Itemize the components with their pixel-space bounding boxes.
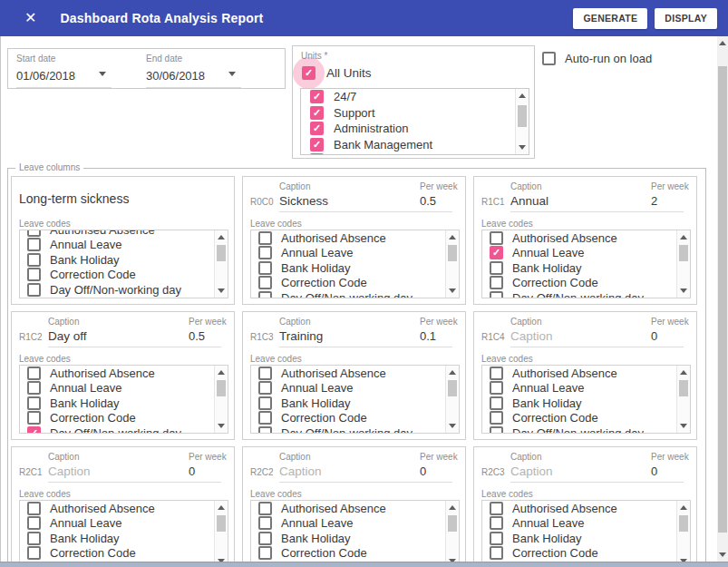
leave-code-checkbox[interactable]: [258, 516, 272, 530]
caption-input[interactable]: Sickness: [279, 194, 424, 212]
leave-code-item[interactable]: Correction Code: [20, 411, 228, 426]
leave-code-item[interactable]: Annual Leave: [20, 516, 228, 532]
scrollbar-thumb[interactable]: [217, 245, 226, 261]
leave-code-item[interactable]: Bank Holiday: [20, 396, 228, 411]
chevron-down-icon[interactable]: [228, 72, 236, 76]
unit-checkbox[interactable]: [310, 138, 324, 152]
page-scrollbar[interactable]: [717, 36, 728, 562]
leave-code-checkbox[interactable]: [27, 502, 41, 515]
auto-run-checkbox[interactable]: [542, 52, 556, 65]
list-scrollbar[interactable]: [214, 501, 228, 562]
all-units-row[interactable]: All Units: [302, 66, 372, 80]
leave-code-item[interactable]: Correction Code: [482, 276, 690, 291]
leave-code-checkbox[interactable]: [27, 238, 41, 251]
leave-code-item[interactable]: Annual Leave: [482, 246, 690, 261]
leave-code-checkbox[interactable]: [27, 396, 41, 410]
leave-code-checkbox[interactable]: [490, 291, 503, 298]
leave-code-item[interactable]: Bank Holiday: [251, 396, 459, 411]
leave-code-checkbox[interactable]: [258, 532, 272, 545]
leave-code-item[interactable]: [20, 298, 228, 299]
leave-code-item[interactable]: Annual Leave: [251, 246, 459, 261]
leave-code-checkbox[interactable]: [490, 502, 503, 515]
leave-code-checkbox[interactable]: [258, 276, 272, 289]
leave-code-checkbox[interactable]: [27, 411, 41, 425]
leave-code-checkbox[interactable]: [258, 502, 272, 515]
leave-code-item[interactable]: Bank Holiday: [20, 252, 228, 268]
scroll-down-icon[interactable]: [677, 555, 690, 562]
caption-input[interactable]: Caption: [279, 464, 424, 483]
leave-code-item[interactable]: Correction Code: [251, 411, 459, 426]
auto-run-row[interactable]: Auto-run on load: [542, 52, 652, 65]
leave-code-item[interactable]: Correction Code: [20, 546, 228, 562]
scrollbar-thumb[interactable]: [679, 515, 688, 532]
leave-code-item[interactable]: Correction Code: [482, 546, 690, 562]
leave-code-item[interactable]: Authorised Absence: [482, 366, 690, 381]
leave-code-checkbox[interactable]: [27, 367, 41, 380]
scrollbar-thumb[interactable]: [217, 515, 226, 532]
list-scrollbar[interactable]: [445, 230, 459, 298]
leave-code-item[interactable]: Day Off/Non-working day: [482, 425, 690, 434]
leave-code-item[interactable]: Authorised Absence: [482, 501, 690, 516]
scroll-down-icon[interactable]: [677, 285, 690, 297]
leave-code-checkbox[interactable]: [27, 516, 41, 530]
leave-code-checkbox[interactable]: [27, 268, 41, 281]
start-date-field[interactable]: Start date 01/06/2018: [16, 54, 134, 88]
unit-item[interactable]: 24/7: [301, 89, 529, 105]
scroll-down-icon[interactable]: [446, 420, 459, 432]
per-week-input[interactable]: 0.5: [189, 329, 221, 347]
scroll-up-icon[interactable]: [215, 231, 228, 243]
leave-code-checkbox[interactable]: [490, 276, 503, 289]
list-scrollbar[interactable]: [214, 230, 228, 298]
leave-code-item[interactable]: Bank Holiday: [482, 531, 690, 546]
horizontal-scrollbar[interactable]: [0, 562, 728, 567]
scroll-down-icon[interactable]: [215, 420, 228, 432]
scrollbar-thumb[interactable]: [679, 245, 688, 261]
unit-item[interactable]: Administration: [301, 121, 529, 137]
units-list-scrollbar[interactable]: [515, 89, 529, 154]
leave-code-checkbox[interactable]: [258, 291, 272, 298]
leave-code-item[interactable]: Bank Holiday: [251, 260, 459, 276]
leave-code-checkbox[interactable]: [258, 231, 272, 245]
leave-code-item[interactable]: Day Off/Non-working day: [482, 290, 690, 298]
leave-code-checkbox[interactable]: [258, 426, 272, 434]
leave-code-item[interactable]: Authorised Absence: [20, 366, 228, 381]
per-week-input[interactable]: 0.1: [420, 329, 452, 347]
scroll-up-icon[interactable]: [215, 502, 228, 513]
all-units-checkbox[interactable]: [302, 66, 315, 80]
leave-code-checkbox[interactable]: [490, 231, 503, 245]
per-week-input[interactable]: 0: [651, 464, 684, 483]
leave-code-item[interactable]: Bank Holiday: [20, 531, 228, 546]
per-week-input[interactable]: 2: [651, 194, 684, 212]
leave-code-checkbox[interactable]: [27, 546, 41, 560]
leave-code-item[interactable]: Authorised Absence: [20, 230, 228, 238]
unit-checkbox[interactable]: [310, 122, 324, 135]
scroll-down-icon[interactable]: [215, 555, 228, 562]
scrollbar-thumb[interactable]: [448, 245, 457, 261]
leave-code-item[interactable]: Correction Code: [20, 268, 228, 283]
leave-code-checkbox[interactable]: [490, 381, 503, 395]
unit-item[interactable]: Support: [301, 105, 529, 122]
scroll-down-icon[interactable]: [677, 420, 690, 432]
leave-code-checkbox[interactable]: [490, 546, 503, 560]
leave-code-checkbox[interactable]: [258, 246, 272, 259]
leave-code-checkbox[interactable]: [490, 516, 503, 530]
leave-code-checkbox[interactable]: [27, 253, 41, 267]
scroll-up-icon[interactable]: [677, 231, 690, 243]
leave-code-checkbox[interactable]: [258, 261, 272, 275]
leave-code-checkbox[interactable]: [27, 426, 41, 434]
generate-button[interactable]: GENERATE: [573, 8, 647, 29]
end-date-value[interactable]: 30/06/2018: [146, 69, 205, 83]
per-week-input[interactable]: 0: [189, 464, 221, 483]
leave-code-checkbox[interactable]: [490, 532, 503, 545]
end-date-select[interactable]: 30/06/2018: [146, 67, 241, 88]
leave-code-checkbox[interactable]: [27, 381, 41, 395]
caption-input[interactable]: Caption: [510, 464, 655, 483]
leave-code-checkbox[interactable]: [490, 396, 503, 410]
leave-code-item[interactable]: Day Off/Non-working day: [251, 290, 459, 298]
scroll-up-icon[interactable]: [215, 367, 228, 378]
scroll-down-icon[interactable]: [516, 142, 529, 153]
unit-item[interactable]: Bank Management: [301, 137, 529, 153]
scrollbar-thumb[interactable]: [448, 515, 457, 532]
list-scrollbar[interactable]: [676, 501, 690, 562]
leave-code-item[interactable]: Annual Leave: [20, 238, 228, 253]
